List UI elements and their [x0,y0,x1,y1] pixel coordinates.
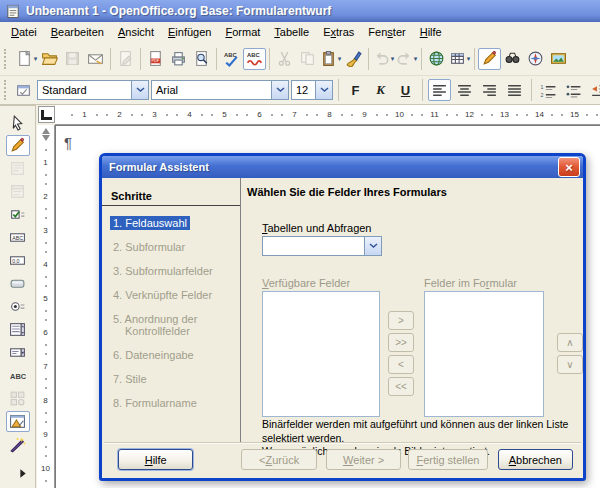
tables-queries-select[interactable] [262,236,382,256]
new-document-button[interactable]: ▾ [15,48,38,70]
menu-fenster[interactable]: Fenster [361,24,412,40]
wizard-button[interactable] [6,434,30,455]
dropdown-arrow-icon[interactable]: ▾ [338,55,342,63]
insert-table-button[interactable]: ▾ [448,48,471,70]
justify-button[interactable] [503,79,526,101]
dropdown-arrow-icon[interactable]: ▾ [391,55,395,63]
wizard-step-1[interactable]: 1. Feldauswahl [110,216,190,230]
spellcheck-button[interactable]: ABC [220,48,243,70]
tab-stop-selector[interactable] [38,106,55,123]
find-replace-button[interactable] [501,48,524,70]
underline-button[interactable]: U [394,79,417,101]
list-box-control-button[interactable] [6,319,30,340]
list-box-control-icon [9,321,26,338]
align-right-icon [481,82,498,99]
paragraph-style-select[interactable]: Standard [37,80,149,100]
paste-button[interactable]: ▾ [319,48,342,70]
wizard-step-8: 8. Formularname [110,396,200,410]
chevron-down-icon[interactable] [271,81,288,99]
menu-extras[interactable]: Extras [316,24,361,40]
toolbar-drag-handle[interactable] [4,49,11,69]
toolbar-separator [110,48,111,70]
bullet-list-button[interactable] [562,79,585,101]
dropdown-arrow-icon[interactable]: ▾ [467,55,471,63]
close-icon[interactable]: × [558,157,580,177]
form-design-button[interactable] [6,411,30,432]
wizard-step-7: 7. Stile [110,372,150,386]
send-email-button[interactable] [84,48,107,70]
cut-button [273,48,296,70]
font-name-value: Arial [152,84,271,96]
align-right-button[interactable] [478,79,501,101]
print-button[interactable] [167,48,190,70]
hyperlink-button[interactable] [425,48,448,70]
move-down-button: ∨ [557,355,583,374]
page-preview-button[interactable] [190,48,213,70]
toolbar-separator [140,48,141,70]
align-center-button[interactable] [453,79,476,101]
option-button-control-icon [9,298,26,315]
open-folder-button[interactable] [38,48,61,70]
numbered-list-icon: 12 [540,82,557,99]
menu-hilfe[interactable]: Hilfe [413,24,449,40]
navigator-icon [527,50,544,67]
select-arrow-button[interactable] [6,112,30,133]
menu-bearbeiten[interactable]: Bearbeiten [44,24,111,40]
page-preview-icon [193,50,210,67]
combo-box-control-button[interactable] [6,342,30,363]
toolbar-separator [422,79,423,101]
available-fields-list[interactable] [262,291,380,417]
save-button [61,48,84,70]
redo-button: ▾ [395,48,418,70]
indent-marker-icon[interactable] [42,128,50,134]
menu-tabelle[interactable]: Tabelle [267,24,316,40]
align-left-button[interactable] [428,79,451,101]
menubar: DateiBearbeitenAnsichtEinfügenFormatTabe… [0,22,600,43]
paragraph-style-value: Standard [38,84,131,96]
auto-spellcheck-button[interactable]: ABC [243,48,266,70]
undo-button: ▾ [372,48,395,70]
fields-in-form-list[interactable] [424,291,544,417]
expand-right-button[interactable] [10,463,34,484]
toolbar-drag-handle[interactable] [4,80,6,100]
indent-marker-icon[interactable] [42,135,50,141]
checkbox-control-button[interactable] [6,204,30,225]
push-button-control-button[interactable] [6,273,30,294]
styles-window-button[interactable] [12,79,35,101]
text-box-control-button[interactable]: ABC [6,227,30,248]
navigator-button[interactable] [524,48,547,70]
expand-right-icon [14,465,31,482]
chevron-down-icon[interactable] [364,237,381,255]
label-control-button[interactable]: ABC [6,365,30,386]
checkbox-control-icon [9,206,26,223]
formatted-field-button[interactable]: 0,0 [6,250,30,271]
decrease-indent-button[interactable] [587,79,600,101]
align-left-icon [431,82,448,99]
bold-button[interactable]: F [344,79,367,101]
menu-einfuegen[interactable]: Einfügen [161,24,218,40]
font-name-select[interactable]: Arial [151,80,289,100]
menu-ansicht[interactable]: Ansicht [111,24,161,40]
numbered-list-button[interactable]: 12 [537,79,560,101]
tables-queries-label: Tabellen und Abfragen [262,222,371,234]
chevron-down-icon[interactable] [131,81,148,99]
cancel-button[interactable]: Abbrechen [498,449,573,470]
svg-text:ABC: ABC [10,372,26,381]
help-button[interactable]: Hilfe [118,449,193,470]
dropdown-arrow-icon[interactable]: ▾ [414,55,418,63]
menu-datei[interactable]: Datei [4,24,44,40]
chevron-down-icon[interactable] [315,81,332,99]
dropdown-arrow-icon[interactable]: ▾ [34,55,38,63]
export-pdf-button[interactable]: PDF [144,48,167,70]
design-mode-button[interactable] [6,135,30,156]
horizontal-ruler: 12345678910111213141516 [55,105,600,125]
font-size-select[interactable]: 12 [291,80,333,100]
gallery-button[interactable] [547,48,570,70]
design-mode-button[interactable] [478,48,501,70]
italic-button[interactable]: K [369,79,392,101]
format-paintbrush-button[interactable] [342,48,365,70]
option-button-control-button[interactable] [6,296,30,317]
print-icon [170,50,187,67]
undo-icon [373,50,390,67]
menu-format[interactable]: Format [218,24,267,40]
